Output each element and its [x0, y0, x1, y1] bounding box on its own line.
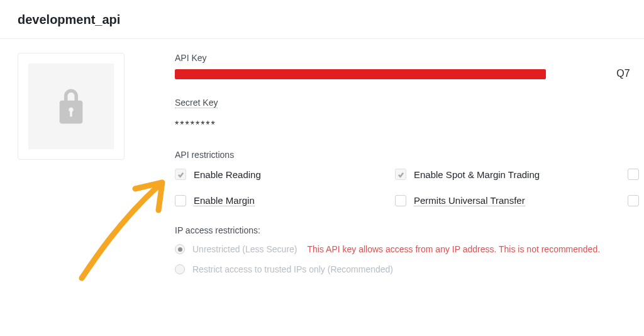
api-key-label: API Key	[175, 53, 644, 63]
checkbox-box	[628, 169, 639, 180]
ip-restrictions-label: IP access restrictions:	[175, 225, 644, 235]
checkbox-box	[628, 195, 639, 206]
lock-icon	[28, 64, 114, 149]
checkbox-box	[395, 169, 406, 180]
restriction-label: Enable Margin	[194, 195, 255, 206]
api-lock-card	[18, 53, 125, 160]
restriction-label: Enable Reading	[194, 169, 261, 180]
radio-button	[175, 244, 185, 254]
secret-key-value: ********	[175, 120, 644, 131]
secret-key-label: Secret Key	[175, 98, 218, 108]
restriction-label: Permits Universal Transfer	[414, 195, 525, 206]
ip-warning-text: This API key allows access from any IP a…	[308, 244, 601, 254]
restriction-checkbox[interactable]: Enable Spot & Margin Trading	[395, 169, 628, 180]
checkbox-box	[395, 195, 406, 206]
api-key-value: cqnenmznnwtyaou Q7	[175, 68, 630, 79]
ip-option[interactable]: Restrict access to trusted IPs only (Rec…	[175, 264, 644, 274]
checkbox-box	[175, 195, 186, 206]
restriction-label: Enable Spot & Margin Trading	[414, 169, 540, 180]
page-title: development_api	[18, 13, 626, 27]
api-restrictions-grid: Enable ReadingEnable Spot & Margin Tradi…	[175, 169, 644, 206]
restriction-checkbox[interactable]: Permits Universal Transfer	[395, 195, 628, 206]
ip-option[interactable]: Unrestricted (Less Secure)This API key a…	[175, 244, 644, 254]
ip-option-label: Unrestricted (Less Secure)	[192, 244, 297, 254]
checkbox-box	[175, 169, 186, 180]
ip-option-label: Restrict access to trusted IPs only (Rec…	[192, 264, 393, 274]
restriction-checkbox[interactable]: E	[628, 195, 644, 206]
restriction-checkbox[interactable]: Enable Margin	[175, 195, 395, 206]
api-restrictions-label: API restrictions	[175, 150, 644, 160]
restriction-checkbox[interactable]: Enable Reading	[175, 169, 395, 180]
radio-button	[175, 264, 185, 274]
restriction-checkbox[interactable]: E	[628, 169, 644, 180]
